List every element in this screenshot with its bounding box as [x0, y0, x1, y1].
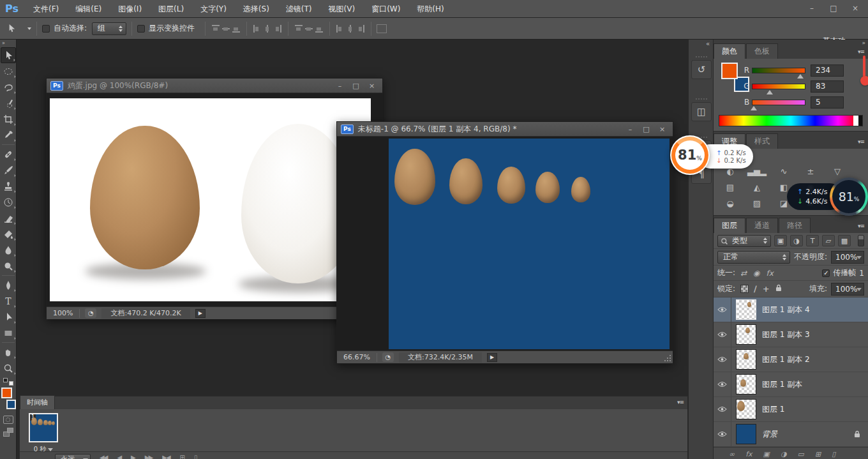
auto-align-layers[interactable]: [377, 24, 387, 33]
add-layer-mask-icon[interactable]: ▣: [763, 450, 770, 458]
tab-swatches[interactable]: 色板: [746, 43, 778, 59]
doc2-zoom-field[interactable]: 66.67%: [337, 353, 377, 361]
doc1-content[interactable]: [47, 93, 382, 306]
lock-all-icon[interactable]: [775, 284, 782, 294]
red-indicator-dot[interactable]: [860, 76, 868, 86]
play-button[interactable]: ▶: [131, 454, 135, 459]
distribute-vertical-centers[interactable]: [304, 24, 314, 33]
doc1-maximize-button[interactable]: □: [348, 80, 364, 91]
toolbar-collapse-icon[interactable]: »: [0, 40, 16, 47]
align-vertical-centers[interactable]: [221, 24, 231, 33]
invert-icon[interactable]: ◒: [720, 197, 740, 209]
lock-image-pixels-icon[interactable]: ∕: [754, 284, 757, 294]
app-close-button[interactable]: ×: [846, 2, 864, 15]
eyedropper-tool[interactable]: [1, 127, 16, 143]
panel-menu-icon[interactable]: ▾≡: [858, 223, 864, 229]
hand-tool[interactable]: [1, 344, 16, 360]
eraser-tool[interactable]: [1, 210, 16, 226]
doc2-content[interactable]: [337, 137, 673, 350]
move-tool[interactable]: [1, 47, 16, 63]
layer-row-0[interactable]: 图层 1 副本 4: [714, 297, 868, 322]
blur-tool[interactable]: [1, 242, 16, 258]
g-slider[interactable]: [752, 84, 805, 89]
pen-tool[interactable]: [1, 277, 16, 293]
brush-tool[interactable]: [1, 162, 16, 178]
quick-selection-tool[interactable]: [1, 95, 16, 111]
first-frame-button[interactable]: ◀◀: [100, 454, 107, 459]
next-frame-button[interactable]: ▶▶: [145, 454, 152, 459]
layer-thumbnail[interactable]: [737, 375, 756, 394]
opacity-field[interactable]: 100%: [831, 251, 864, 264]
distribute-bottom-edges[interactable]: [314, 24, 324, 33]
quick-mask-button[interactable]: [3, 416, 13, 424]
menu-item-0[interactable]: 文件(F): [25, 0, 67, 18]
filter-type-layers-icon[interactable]: T: [806, 235, 819, 246]
doc1-minimize-button[interactable]: –: [332, 80, 348, 91]
levels-icon[interactable]: ▃▅▂: [747, 165, 767, 177]
fill-field[interactable]: 100%: [831, 283, 864, 296]
filter-shape-layers-icon[interactable]: ▱: [822, 235, 835, 246]
layer-thumbnail[interactable]: [737, 425, 756, 444]
lasso-tool[interactable]: [1, 79, 16, 95]
menu-item-6[interactable]: 滤镜(T): [278, 0, 320, 18]
visibility-eye-icon[interactable]: [714, 347, 731, 372]
doc1-canvas[interactable]: [50, 98, 371, 301]
lock-position-icon[interactable]: +: [763, 284, 770, 294]
r-value-field[interactable]: 234: [811, 64, 844, 77]
type-tool[interactable]: T: [1, 293, 16, 309]
slider-thumb-icon[interactable]: [751, 106, 757, 110]
doc1-close-button[interactable]: ×: [364, 80, 380, 91]
layer-row-3[interactable]: 图层 1 副本: [714, 372, 868, 397]
foreground-color-swatch[interactable]: [1, 388, 12, 398]
lock-transparent-pixels-icon[interactable]: [740, 285, 749, 293]
visibility-eye-icon[interactable]: [714, 397, 731, 421]
tab-paths[interactable]: 路径: [779, 218, 811, 233]
tab-styles[interactable]: 样式: [746, 133, 778, 149]
filter-type-dropdown[interactable]: 类型: [717, 235, 771, 247]
gradient-tool[interactable]: [1, 226, 16, 242]
distribute-right-edges[interactable]: [355, 24, 366, 33]
doc2-canvas[interactable]: [389, 139, 670, 349]
tab-color[interactable]: 颜色: [714, 43, 745, 59]
layer-thumbnail[interactable]: [737, 350, 756, 369]
menu-item-8[interactable]: 窗口(W): [363, 0, 408, 18]
menu-item-4[interactable]: 文字(Y): [192, 0, 235, 18]
align-horizontal-centers[interactable]: [262, 24, 273, 33]
distribute-horizontal-centers[interactable]: [345, 24, 355, 33]
blend-mode-dropdown[interactable]: 正常: [717, 251, 790, 264]
unify-style-icon[interactable]: fx: [767, 269, 774, 278]
visibility-eye-icon[interactable]: [714, 372, 731, 396]
app-restore-button[interactable]: □: [825, 2, 842, 15]
status-options-arrow-icon[interactable]: ▶: [487, 353, 497, 362]
menu-item-2[interactable]: 图像(I): [110, 0, 150, 18]
foreground-color-swatch[interactable]: [721, 63, 738, 79]
dodge-tool[interactable]: [1, 258, 16, 274]
properties-panel-icon[interactable]: ◫: [691, 102, 712, 121]
filter-smart-objects-icon[interactable]: ▩: [838, 235, 851, 246]
layer-thumbnail[interactable]: [737, 400, 756, 419]
crop-tool[interactable]: [1, 111, 16, 127]
b-value-field[interactable]: 5: [811, 96, 844, 109]
clone-stamp-tool[interactable]: [1, 178, 16, 194]
history-panel-icon[interactable]: ↺: [691, 60, 712, 79]
visibility-eye-icon[interactable]: [714, 322, 731, 347]
auto-select-target-dropdown[interactable]: 组: [92, 22, 126, 35]
menu-item-5[interactable]: 选择(S): [235, 0, 278, 18]
timing-icon[interactable]: ◔: [382, 352, 394, 362]
distribute-top-edges[interactable]: [294, 24, 304, 33]
auto-select-checkbox[interactable]: [42, 25, 50, 33]
color-balance-icon[interactable]: ◭: [747, 181, 767, 193]
visibility-eye-icon[interactable]: [714, 297, 731, 322]
tool-preset-dropdown-icon[interactable]: [27, 27, 31, 30]
menu-item-9[interactable]: 帮助(H): [408, 0, 452, 18]
timing-icon[interactable]: ◔: [85, 308, 96, 318]
new-layer-icon[interactable]: ⊞: [815, 450, 821, 458]
doc2-close-button[interactable]: ×: [654, 123, 670, 135]
current-tool-icon[interactable]: [6, 21, 26, 36]
tab-timeline[interactable]: 时间轴: [20, 395, 55, 409]
black-chip[interactable]: [858, 116, 862, 126]
previous-frame-button[interactable]: ◀: [117, 454, 121, 459]
slider-thumb-icon[interactable]: [767, 90, 773, 94]
history-brush-tool[interactable]: [1, 194, 16, 210]
menu-item-7[interactable]: 视图(V): [320, 0, 364, 18]
